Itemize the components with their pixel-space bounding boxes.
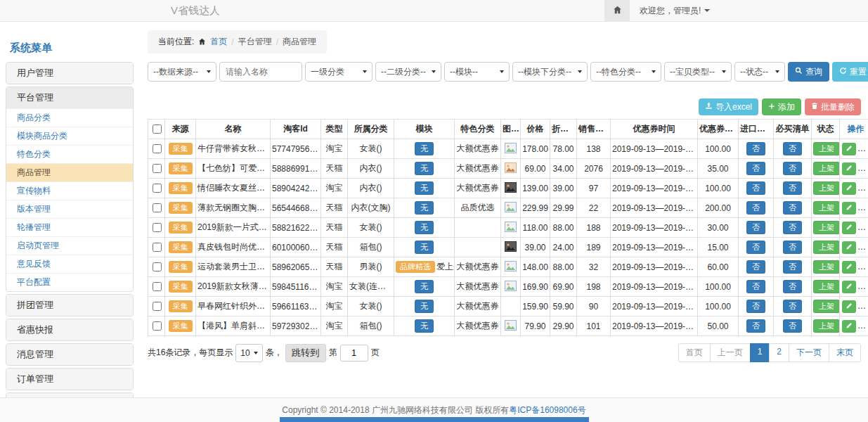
module-badge[interactable]: 品牌精选 [396,261,435,273]
must-buy-toggle[interactable]: 否 [783,221,802,234]
status-toggle[interactable]: 上架 [813,221,840,234]
must-buy-toggle[interactable]: 否 [783,319,802,333]
sidebar-menu-group-buy-management[interactable]: 拼团管理 [6,295,133,316]
sidebar-submenu-item[interactable]: 版本管理 [6,200,133,218]
must-buy-toggle[interactable]: 否 [783,181,802,195]
pagination-item[interactable]: 末页 [829,343,861,362]
breadcrumb-home-link[interactable]: 首页 [210,36,227,48]
module-badge[interactable]: 无 [415,221,434,234]
pagination-item[interactable]: 1 [750,343,770,362]
must-buy-toggle[interactable]: 否 [783,241,802,254]
sidebar-menu-order-management[interactable]: 订单管理 [6,369,133,390]
pagination-item[interactable]: 上一页 [710,343,751,362]
sidebar-submenu-item[interactable]: 启动页管理 [6,236,133,255]
reset-button[interactable]: 重置 [832,62,868,82]
edit-button[interactable] [842,182,856,195]
must-buy-toggle[interactable]: 否 [783,142,802,155]
import-pick-toggle[interactable]: 否 [746,181,765,195]
module-badge[interactable]: 无 [415,241,434,254]
edit-button[interactable] [842,281,856,293]
sidebar-submenu-item[interactable]: 特色分类 [6,145,133,163]
status-toggle[interactable]: 上架 [813,319,840,333]
search-button[interactable]: 查询 [788,62,829,82]
sidebar-menu-platform-management[interactable]: 平台管理 [6,87,133,108]
filter-select-level2-category[interactable]: --二级分类-- [375,62,441,82]
edit-button[interactable] [842,222,856,234]
pagination-item[interactable]: 2 [769,343,789,362]
import-pick-toggle[interactable]: 否 [746,162,765,175]
name-search-input[interactable] [219,62,302,82]
home-button[interactable] [604,0,630,21]
pagination-item[interactable]: 下一页 [789,343,829,362]
status-toggle[interactable]: 上架 [813,300,840,313]
batch-delete-button[interactable]: 批量删除 [805,98,861,115]
import-pick-toggle[interactable]: 否 [746,201,765,215]
must-buy-toggle[interactable]: 否 [783,300,802,313]
status-toggle[interactable]: 上架 [813,142,840,155]
edit-button[interactable] [842,241,856,254]
import-pick-toggle[interactable]: 否 [746,300,765,313]
edit-button[interactable] [842,162,856,175]
status-toggle[interactable]: 上架 [813,181,840,195]
page-number-input[interactable] [340,345,368,362]
sidebar-submenu-item[interactable]: 平台配置 [6,273,133,291]
status-toggle[interactable]: 上架 [813,260,840,274]
row-checkbox[interactable] [153,203,162,212]
status-toggle[interactable]: 上架 [813,280,840,293]
filter-select-module-sub-category[interactable]: --模块下分类-- [512,62,588,82]
filter-select-module[interactable]: --模块-- [444,62,510,82]
edit-button[interactable] [842,202,856,215]
row-checkbox[interactable] [153,243,162,252]
row-checkbox[interactable] [153,282,162,291]
per-page-select[interactable]: 10 [235,344,262,362]
filter-select-level1-category[interactable]: 一级分类 [305,62,373,82]
module-badge[interactable]: 无 [415,142,434,155]
icp-link[interactable]: 粤ICP备16098006号 [509,404,585,416]
add-button[interactable]: 添加 [762,98,801,115]
row-checkbox[interactable] [153,223,162,232]
status-toggle[interactable]: 上架 [813,201,840,215]
import-pick-toggle[interactable]: 否 [746,260,765,274]
sidebar-menu-user-management[interactable]: 用户管理 [6,63,133,84]
filter-select-feature-category[interactable]: --特色分类-- [590,62,661,82]
row-checkbox[interactable] [153,302,162,311]
must-buy-toggle[interactable]: 否 [783,162,802,175]
module-badge[interactable]: 无 [415,319,434,333]
sidebar-submenu-item[interactable]: 模块商品分类 [6,127,133,145]
row-checkbox[interactable] [153,144,162,153]
edit-button[interactable] [842,300,856,313]
sidebar-submenu-item[interactable]: 宣传物料 [6,181,133,200]
module-badge[interactable]: 无 [415,300,434,313]
module-badge[interactable]: 无 [415,201,434,215]
import-pick-toggle[interactable]: 否 [746,280,765,293]
status-toggle[interactable]: 上架 [813,162,840,175]
must-buy-toggle[interactable]: 否 [783,260,802,274]
edit-button[interactable] [842,320,856,333]
user-menu[interactable]: 欢迎您，管理员! [630,0,720,21]
sidebar-submenu-item[interactable]: 商品分类 [6,108,133,127]
filter-select-item-type[interactable]: --宝贝类型-- [664,62,732,82]
row-checkbox[interactable] [153,184,162,193]
module-badge[interactable]: 无 [415,162,434,175]
status-toggle[interactable]: 上架 [813,241,840,254]
edit-button[interactable] [842,261,856,274]
sidebar-submenu-item[interactable]: 轮播管理 [6,218,133,236]
must-buy-toggle[interactable]: 否 [783,280,802,293]
filter-select-data-source[interactable]: --数据来源-- [148,62,216,82]
row-checkbox[interactable] [153,262,162,271]
row-checkbox[interactable] [153,321,162,331]
import-pick-toggle[interactable]: 否 [746,241,765,254]
sidebar-menu-saving-express[interactable]: 省惠快报 [6,319,133,340]
import-pick-toggle[interactable]: 否 [746,319,765,333]
edit-button[interactable] [842,143,856,155]
jump-to-button[interactable]: 跳转到 [285,344,326,362]
select-all-checkbox[interactable] [153,124,162,134]
module-badge[interactable]: 无 [415,181,434,195]
must-buy-toggle[interactable]: 否 [783,201,802,215]
module-badge[interactable]: 无 [415,280,434,293]
import-excel-button[interactable]: 导入excel [699,98,758,115]
sidebar-menu-message-management[interactable]: 消息管理 [6,344,133,365]
pagination-item[interactable]: 首页 [678,343,711,362]
import-pick-toggle[interactable]: 否 [746,142,765,155]
app-title[interactable]: V省钱达人 [171,0,220,21]
